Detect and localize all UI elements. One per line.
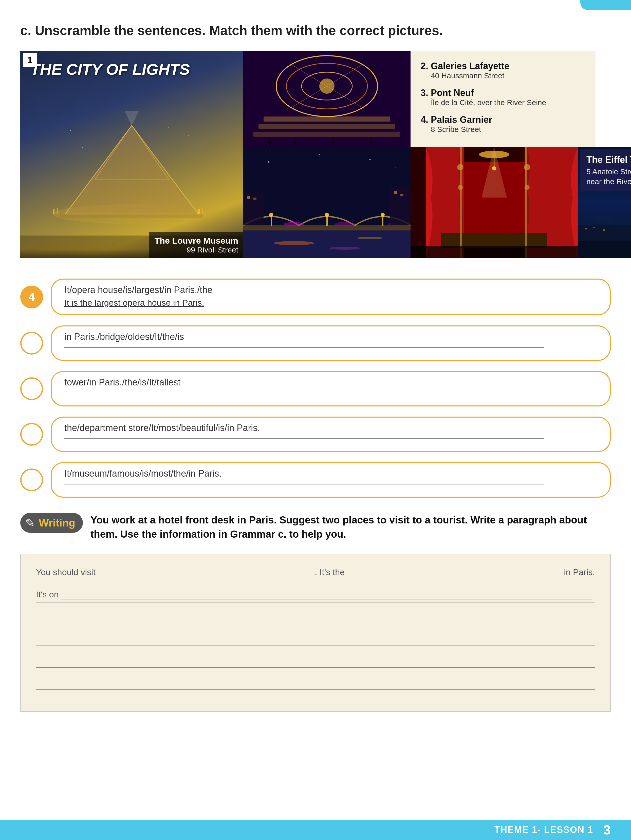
sentence-row-1: 4 It/opera house/is/largest/in Paris./th… bbox=[20, 279, 611, 315]
svg-rect-57 bbox=[394, 191, 397, 194]
svg-rect-33 bbox=[370, 139, 372, 145]
image-2: 2 bbox=[243, 51, 411, 147]
writing-blank-line-4[interactable] bbox=[36, 677, 595, 690]
sentence-box-4[interactable]: the/department store/It/most/beautiful/i… bbox=[51, 417, 611, 452]
info-item-3-address: Île de la Cité, over the River Seine bbox=[421, 98, 585, 107]
svg-point-74 bbox=[525, 185, 530, 190]
svg-point-36 bbox=[319, 154, 320, 155]
sentence-scrambled-4: the/department store/It/most/beautiful/i… bbox=[64, 423, 597, 433]
svg-rect-8 bbox=[57, 208, 58, 214]
svg-rect-32 bbox=[332, 139, 334, 145]
svg-point-15 bbox=[82, 147, 83, 148]
svg-rect-65 bbox=[525, 147, 527, 258]
info-item-4-number: 4. bbox=[421, 114, 428, 125]
svg-rect-39 bbox=[243, 228, 411, 258]
writing-line1-part1: You should visit bbox=[36, 567, 95, 577]
sentence-scrambled-2: in Paris./bridge/oldest/It/the/is bbox=[64, 332, 597, 342]
svg-point-45 bbox=[269, 213, 273, 217]
svg-rect-54 bbox=[390, 187, 411, 226]
image-3: 3 bbox=[243, 147, 411, 258]
svg-rect-88 bbox=[603, 229, 605, 231]
svg-point-72 bbox=[458, 185, 463, 190]
sentence-line-4 bbox=[64, 438, 544, 439]
eiffel-tower-info: The Eiffel Tower 5 Anatole Street, near … bbox=[580, 149, 631, 191]
svg-rect-46 bbox=[326, 215, 328, 226]
info-item-4: 4. Palais Garnier 8 Scribe Street bbox=[421, 114, 585, 134]
image-1-number: 1 bbox=[23, 53, 37, 67]
svg-point-35 bbox=[268, 161, 269, 163]
image-1-caption: The Louvre Museum 99 Rivoli Street bbox=[149, 232, 243, 258]
writing-blank-line-3[interactable] bbox=[36, 655, 595, 668]
sentence-circle-3 bbox=[20, 377, 43, 400]
svg-point-42 bbox=[357, 237, 383, 239]
writing-area: You should visit . It's the in Paris. It… bbox=[20, 554, 611, 712]
right-top-row: 2 bbox=[243, 51, 631, 147]
svg-rect-28 bbox=[258, 124, 395, 129]
svg-point-12 bbox=[95, 123, 95, 123]
svg-rect-64 bbox=[460, 147, 462, 258]
svg-rect-29 bbox=[253, 132, 400, 137]
city-of-lights-title: THE CITY OF LIGHTS bbox=[30, 61, 190, 78]
writing-blank-3[interactable] bbox=[61, 589, 593, 599]
info-item-3-title: 3. Pont Neuf bbox=[421, 88, 585, 98]
svg-rect-27 bbox=[264, 117, 390, 122]
writing-instruction: You work at a hotel front desk in Paris.… bbox=[90, 513, 611, 541]
sentence-answer-1[interactable]: It is the largest opera house in Paris. bbox=[64, 298, 544, 309]
svg-point-41 bbox=[329, 247, 360, 250]
svg-rect-6 bbox=[60, 214, 203, 218]
writing-line1-part2: . It's the bbox=[315, 567, 345, 577]
right-grid: 2 bbox=[243, 51, 631, 258]
svg-rect-70 bbox=[411, 246, 578, 258]
sentence-box-1[interactable]: It/opera house/is/largest/in Paris./the … bbox=[51, 279, 611, 315]
image-1: THE CITY OF LIGHTS bbox=[20, 51, 243, 258]
svg-point-14 bbox=[188, 135, 189, 136]
sentence-circle-1: 4 bbox=[20, 286, 43, 308]
writing-blank-line-2[interactable] bbox=[36, 633, 595, 646]
info-item-3-number: 3. bbox=[421, 88, 428, 98]
info-item-2-number: 2. bbox=[421, 61, 428, 71]
sentence-box-3[interactable]: tower/in Paris./the/is/It/tallest bbox=[51, 371, 611, 406]
sentence-row-5: It/museum/famous/is/most/the/in Paris. bbox=[20, 462, 611, 497]
svg-rect-48 bbox=[382, 215, 383, 226]
svg-rect-84 bbox=[578, 226, 631, 241]
info-item-2: 2. Galeries Lafayette 40 Haussmann Stree… bbox=[421, 61, 585, 80]
svg-rect-55 bbox=[247, 196, 250, 199]
writing-blank-line-1[interactable] bbox=[36, 611, 595, 624]
svg-rect-43 bbox=[243, 226, 411, 231]
writing-first-line: You should visit . It's the in Paris. bbox=[36, 567, 595, 580]
writing-second-line: It's on bbox=[36, 589, 595, 602]
right-bottom-row: 3 bbox=[243, 147, 631, 258]
svg-rect-30 bbox=[269, 139, 270, 145]
eiffel-tower-name: The Eiffel Tower bbox=[587, 155, 631, 165]
info-item-3: 3. Pont Neuf Île de la Cité, over the Ri… bbox=[421, 88, 585, 107]
svg-marker-5 bbox=[125, 111, 139, 125]
svg-point-69 bbox=[492, 166, 496, 171]
sentence-line-2 bbox=[64, 347, 544, 348]
page: c. Unscramble the sentences. Match them … bbox=[0, 0, 631, 840]
sentence-box-2[interactable]: in Paris./bridge/oldest/It/the/is bbox=[51, 325, 611, 361]
svg-point-71 bbox=[457, 164, 463, 170]
writing-section: ✎ Writing You work at a hotel front desk… bbox=[20, 513, 611, 541]
info-item-2-name: Galeries Lafayette bbox=[431, 61, 509, 71]
section-heading: c. Unscramble the sentences. Match them … bbox=[20, 23, 611, 38]
sentence-box-5[interactable]: It/museum/famous/is/most/the/in Paris. bbox=[51, 462, 611, 497]
svg-point-49 bbox=[381, 213, 385, 217]
sentence-row-3: tower/in Paris./the/is/It/tallest bbox=[20, 371, 611, 406]
svg-rect-7 bbox=[53, 209, 54, 214]
image-4: 4 bbox=[411, 147, 578, 258]
pyramid-graphic bbox=[46, 109, 218, 235]
writing-label: Writing bbox=[39, 517, 75, 529]
writing-blank-2[interactable] bbox=[347, 567, 561, 577]
svg-point-37 bbox=[370, 159, 371, 160]
eiffel-tower-address: 5 Anatole Street, near the River Seine bbox=[587, 167, 631, 186]
sentence-line-3 bbox=[64, 393, 544, 393]
info-item-3-name: Pont Neuf bbox=[431, 88, 474, 98]
sentence-circle-2 bbox=[20, 332, 43, 355]
svg-point-67 bbox=[479, 151, 509, 158]
svg-rect-44 bbox=[270, 215, 272, 226]
image-grid: THE CITY OF LIGHTS bbox=[20, 51, 611, 258]
dome-graphic bbox=[243, 51, 411, 147]
writing-blank-1[interactable] bbox=[98, 567, 312, 577]
svg-rect-53 bbox=[243, 193, 264, 226]
svg-rect-58 bbox=[400, 194, 403, 196]
